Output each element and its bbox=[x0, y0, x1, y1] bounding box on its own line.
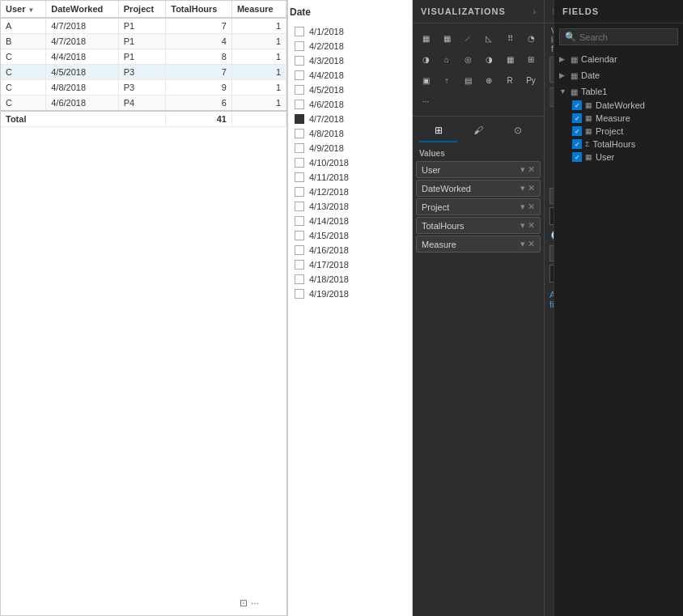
viz-icon-slicer-visual[interactable]: ▤ bbox=[458, 70, 477, 90]
viz-tab-fields[interactable]: ⊞ bbox=[419, 120, 457, 142]
date-item[interactable]: 4/19/2018 bbox=[288, 287, 412, 301]
field-group-items: ▦ DateWorked ▦ Measure ▦ Project Σ Total… bbox=[554, 99, 683, 164]
date-label: 4/17/2018 bbox=[309, 260, 349, 270]
date-item[interactable]: 4/18/2018 bbox=[288, 272, 412, 287]
fields-search-box[interactable]: 🔍 bbox=[559, 28, 678, 45]
filter-condition-select[interactable]: is not blankis blankis greater thanis le… bbox=[549, 188, 554, 204]
viz-icon-funnel-chart[interactable]: ⌂ bbox=[437, 49, 456, 69]
date-label: 4/18/2018 bbox=[309, 274, 349, 284]
field-item-dateworked[interactable]: ▦ DateWorked bbox=[567, 99, 683, 112]
value-remove-icon[interactable]: ✕ bbox=[528, 183, 535, 193]
cell-user: A bbox=[1, 18, 46, 34]
field-checkbox[interactable] bbox=[572, 126, 582, 136]
col-measure[interactable]: Measure bbox=[231, 1, 286, 18]
value-dropdown-icon[interactable]: ▾ bbox=[520, 202, 525, 212]
field-checkbox[interactable] bbox=[572, 100, 582, 110]
expand-icon[interactable]: ⊡ bbox=[240, 597, 248, 609]
date-label: 4/7/2018 bbox=[309, 114, 344, 124]
col-totalhours[interactable]: TotalHours bbox=[166, 1, 232, 18]
value-label: User bbox=[422, 165, 440, 175]
fields-search-input[interactable] bbox=[579, 32, 683, 42]
date-item[interactable]: 4/2/2018 bbox=[288, 39, 412, 53]
value-item-user-value[interactable]: User ▾ ✕ bbox=[416, 161, 541, 178]
viz-icon-matrix-visual[interactable]: ⊞ bbox=[521, 49, 541, 69]
field-item-totalhours[interactable]: Σ TotalHours bbox=[567, 138, 683, 151]
left-panel: User ▼ DateWorked Project TotalHours Mea… bbox=[0, 0, 413, 616]
viz-expand-arrow[interactable]: › bbox=[533, 7, 536, 16]
field-group-header-table1[interactable]: ▼ ▦ Table1 bbox=[554, 84, 683, 99]
date-item[interactable]: 4/8/2018 bbox=[288, 126, 412, 141]
cell-project: P1 bbox=[118, 34, 165, 49]
viz-icon-pie-chart[interactable]: ◔ bbox=[521, 28, 541, 48]
viz-icon-r-script[interactable]: R bbox=[500, 70, 520, 90]
value-remove-icon[interactable]: ✕ bbox=[528, 239, 535, 249]
data-table: User ▼ DateWorked Project TotalHours Mea… bbox=[1, 1, 286, 127]
field-checkbox[interactable] bbox=[572, 152, 582, 162]
viz-icon-stacked-bar[interactable]: ▦ bbox=[437, 28, 456, 48]
col-user[interactable]: User ▼ bbox=[1, 1, 46, 18]
date-item[interactable]: 4/16/2018 bbox=[288, 243, 412, 257]
viz-icon-gauge-chart[interactable]: ◑ bbox=[479, 49, 498, 69]
field-item-project[interactable]: ▦ Project bbox=[567, 125, 683, 138]
viz-icon-python-script[interactable]: Py bbox=[521, 70, 541, 90]
filter-condition-2-select[interactable]: is not blankis blankis greater thanis le… bbox=[549, 245, 554, 261]
viz-icon-table-visual[interactable]: ▦ bbox=[500, 49, 520, 69]
field-checkbox[interactable] bbox=[572, 113, 582, 123]
viz-icon-map-chart[interactable]: ◑ bbox=[416, 49, 435, 69]
field-item-measure[interactable]: ▦ Measure bbox=[567, 112, 683, 125]
value-item-totalhours-value[interactable]: TotalHours ▾ ✕ bbox=[416, 217, 541, 234]
table-row: C 4/6/2018 P4 6 1 bbox=[1, 96, 286, 112]
viz-tab-analytics[interactable]: ⊙ bbox=[499, 120, 537, 142]
viz-icon-more-visuals[interactable]: ··· bbox=[416, 91, 435, 111]
value-dropdown-icon[interactable]: ▾ bbox=[520, 183, 525, 193]
col-dateworked[interactable]: DateWorked bbox=[46, 1, 119, 18]
is-not-blank-item[interactable]: is not blank ⊘ bbox=[545, 107, 554, 131]
cell-project: P4 bbox=[118, 96, 165, 112]
viz-icon-scatter-chart[interactable]: ⠿ bbox=[500, 28, 520, 48]
value-remove-icon[interactable]: ✕ bbox=[528, 220, 535, 231]
field-group-name: Date bbox=[581, 70, 678, 80]
viz-icon-line-chart[interactable]: ⟋ bbox=[458, 28, 477, 48]
value-remove-icon[interactable]: ✕ bbox=[528, 202, 535, 212]
value-dropdown-icon[interactable]: ▾ bbox=[520, 220, 525, 231]
field-checkbox[interactable] bbox=[572, 139, 582, 149]
field-item-user[interactable]: ▦ User bbox=[567, 151, 683, 164]
more-icon[interactable]: ··· bbox=[251, 597, 259, 609]
viz-icon-bar-chart[interactable]: ▦ bbox=[416, 28, 435, 48]
date-item[interactable]: 4/4/2018 bbox=[288, 68, 412, 83]
field-group-header-date[interactable]: ▶ ▦ Date bbox=[554, 68, 683, 83]
value-dropdown-icon[interactable]: ▾ bbox=[520, 239, 525, 249]
date-item[interactable]: 4/12/2018 bbox=[288, 185, 412, 199]
date-item[interactable]: 4/17/2018 bbox=[288, 257, 412, 272]
date-item[interactable]: 4/9/2018 bbox=[288, 141, 412, 155]
viz-icon-kpi-visual[interactable]: ↑ bbox=[437, 70, 456, 90]
viz-tab-format[interactable]: 🖌 bbox=[459, 120, 497, 142]
date-label: 4/8/2018 bbox=[309, 129, 344, 138]
value-item-dateworked-value[interactable]: DateWorked ▾ ✕ bbox=[416, 180, 541, 197]
col-project[interactable]: Project bbox=[118, 1, 165, 18]
date-item[interactable]: 4/7/2018 bbox=[288, 112, 412, 126]
date-item[interactable]: 4/10/2018 bbox=[288, 155, 412, 170]
date-item[interactable]: 4/13/2018 bbox=[288, 199, 412, 214]
date-item[interactable]: 4/15/2018 bbox=[288, 228, 412, 243]
table-row: C 4/5/2018 P3 7 1 bbox=[1, 65, 286, 80]
date-item[interactable]: 4/1/2018 bbox=[288, 24, 412, 39]
viz-icon-globe-visual[interactable]: ⊕ bbox=[479, 70, 498, 90]
cell-hours: 8 bbox=[166, 49, 232, 65]
viz-icon-donut-chart[interactable]: ◎ bbox=[458, 49, 477, 69]
date-item[interactable]: 4/6/2018 bbox=[288, 97, 412, 112]
date-item[interactable]: 4/3/2018 bbox=[288, 53, 412, 68]
date-item[interactable]: 4/11/2018 bbox=[288, 170, 412, 185]
value-item-project-value[interactable]: Project ▾ ✕ bbox=[416, 198, 541, 215]
field-group-icon: ▦ bbox=[571, 55, 578, 64]
date-item[interactable]: 4/14/2018 bbox=[288, 214, 412, 228]
viz-icon-area-chart[interactable]: ◺ bbox=[479, 28, 498, 48]
date-item[interactable]: 4/5/2018 bbox=[288, 83, 412, 97]
value-remove-icon[interactable]: ✕ bbox=[528, 164, 535, 175]
field-group-header-calendar[interactable]: ▶ ▦ Calendar bbox=[554, 52, 683, 66]
value-item-measure-value[interactable]: Measure ▾ ✕ bbox=[416, 236, 541, 253]
viz-icon-card-visual[interactable]: ▣ bbox=[416, 70, 435, 90]
value-dropdown-icon[interactable]: ▾ bbox=[520, 164, 525, 175]
date-label: 4/14/2018 bbox=[309, 216, 349, 226]
filters-header: FILTERS bbox=[545, 0, 554, 23]
